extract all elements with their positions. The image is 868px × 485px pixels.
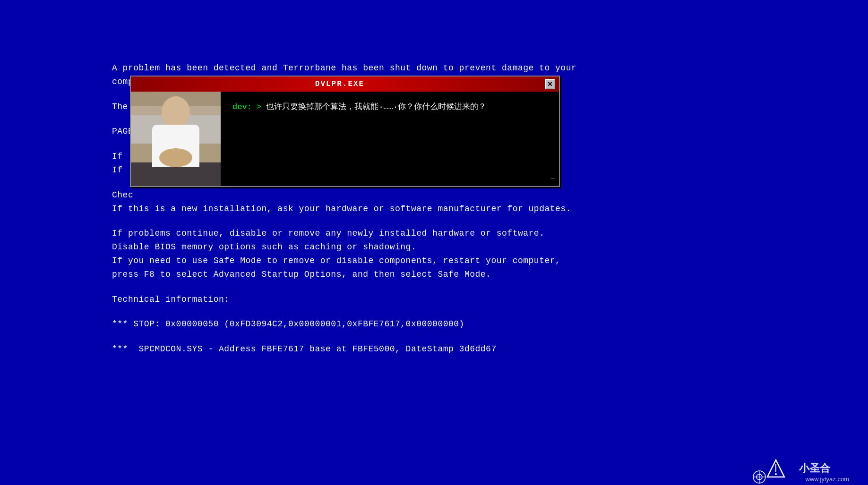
bsod-bios: Disable BIOS memory options such as cach… <box>112 240 844 254</box>
dialog-prompt: dev: > <box>232 102 266 111</box>
dialog-minimize-button[interactable]: — <box>551 176 554 182</box>
bsod-safe: If you need to use Safe Mode to remove o… <box>112 254 844 268</box>
dialog-content: dev: > 也许只要换掉那个算法，我就能·……·你？你什么时候进来的？ — <box>221 92 559 186</box>
dialog-body: dev: > 也许只要换掉那个算法，我就能·……·你？你什么时候进来的？ — <box>131 92 559 186</box>
bsod-problems: If problems continue, disable or remove … <box>112 227 844 240</box>
bsod-check: Chec <box>112 188 844 202</box>
bsod-line1: A problem has been detected and Terrorba… <box>112 61 844 75</box>
watermark-icon-2 <box>752 470 766 484</box>
watermark-text-2: www.jytyaz.com <box>806 476 849 483</box>
dvlpr-dialog: DVLPR.EXE ✕ dev: > 也许只要换掉那个算法，我就能·……·你？你… <box>130 76 560 187</box>
dialog-close-button[interactable]: ✕ <box>545 79 555 89</box>
svg-point-2 <box>775 473 777 475</box>
bsod-tech-label: Technical information: <box>112 293 844 306</box>
bsod-install: If this is a new installation, ask your … <box>112 202 844 216</box>
dialog-text: 也许只要换掉那个算法，我就能·……·你？你什么时候进来的？ <box>266 102 486 111</box>
watermark-text-1: 小圣合 <box>799 461 830 476</box>
dialog-image <box>131 92 221 186</box>
dialog-titlebar: DVLPR.EXE ✕ <box>131 77 559 92</box>
bsod-f8: press F8 to select Advanced Startup Opti… <box>112 268 844 281</box>
person-hands <box>159 148 192 167</box>
bsod-stop: *** STOP: 0x00000050 (0xFD3094C2,0x00000… <box>112 317 844 331</box>
watermark-icon-1 <box>766 459 785 478</box>
person-head <box>162 96 190 127</box>
bsod-sys: *** SPCMDCON.SYS - Address FBFE7617 base… <box>112 342 844 356</box>
dialog-title: DVLPR.EXE <box>135 80 545 88</box>
dialog-message: dev: > 也许只要换掉那个算法，我就能·……·你？你什么时候进来的？ <box>232 101 547 113</box>
